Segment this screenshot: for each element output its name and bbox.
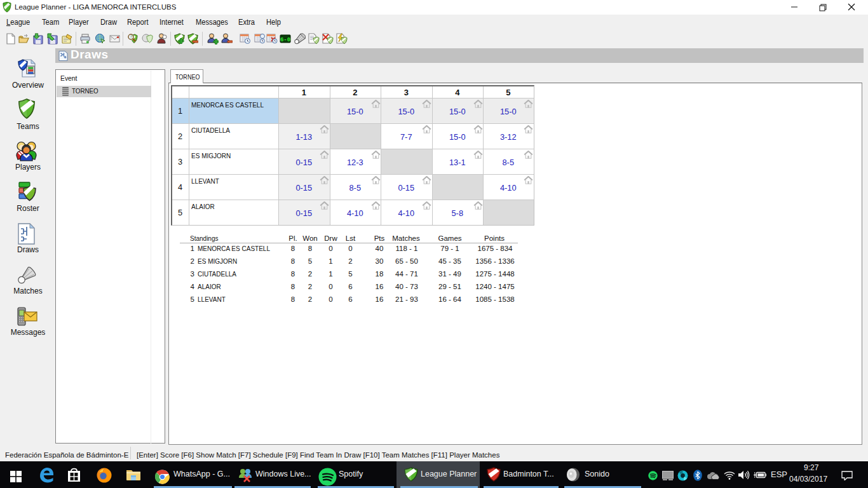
svg-text:6-0: 6-0 xyxy=(280,37,290,43)
